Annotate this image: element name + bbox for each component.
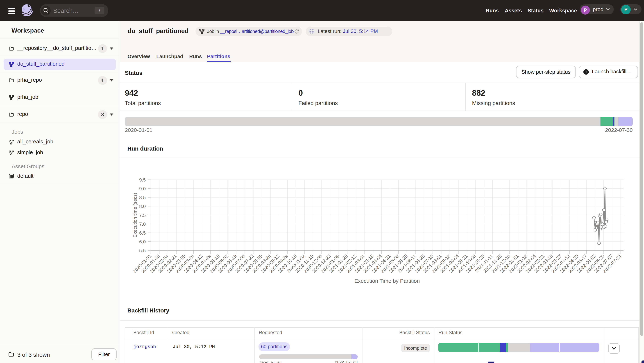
- svg-text:7.0: 7.0: [139, 222, 146, 227]
- svg-text:Execution time (secs): Execution time (secs): [132, 193, 138, 238]
- svg-text:6.0: 6.0: [139, 239, 146, 244]
- svg-text:9.0: 9.0: [139, 186, 146, 192]
- svg-text:7.5: 7.5: [139, 212, 146, 218]
- svg-text:8.0: 8.0: [139, 204, 146, 209]
- svg-text:9.5: 9.5: [139, 177, 146, 182]
- svg-text:5.5: 5.5: [139, 248, 146, 253]
- svg-text:8.5: 8.5: [139, 195, 146, 200]
- svg-text:6.5: 6.5: [139, 230, 146, 236]
